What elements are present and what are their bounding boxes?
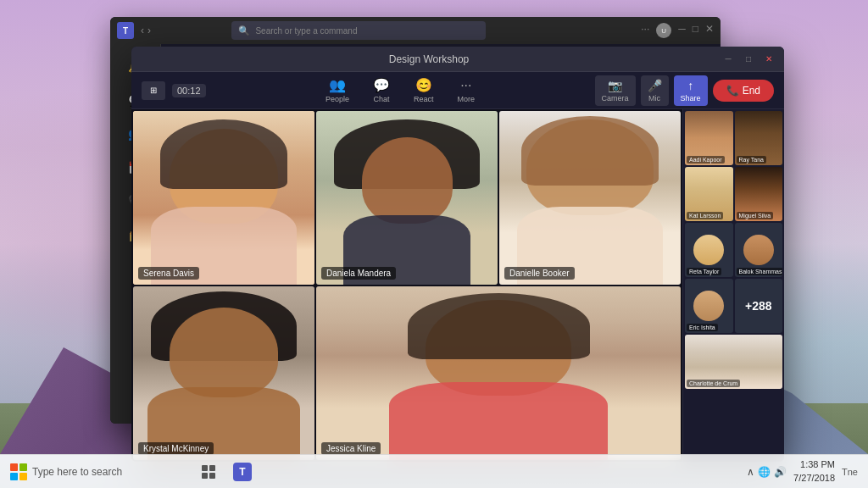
maximize-meeting-btn[interactable]: □ bbox=[740, 51, 757, 68]
participant-label-reta: Reta Taylor bbox=[687, 268, 721, 275]
video-bg-jessica bbox=[316, 286, 681, 460]
video-label-danielle: Danielle Booker bbox=[504, 267, 575, 280]
toolbar-right: 📷 Camera 🎤 Mic ↑ Share 📞 End bbox=[595, 75, 774, 106]
svg-rect-1 bbox=[209, 465, 215, 471]
mic-btn[interactable]: 🎤 Mic bbox=[641, 75, 669, 106]
clock-time: 1:38 PM bbox=[793, 458, 835, 471]
mic-label: Mic bbox=[648, 94, 660, 103]
participant-row-2: Kat Larsson Miguel Silva bbox=[685, 167, 782, 221]
participant-row-3: Reta Taylor Balok Shammas bbox=[685, 223, 782, 277]
taskbar-right: ∧ 🌐 🔊 1:38 PM 7/27/2018 Tne bbox=[737, 458, 868, 485]
participant-label-ray: Ray Tana bbox=[737, 156, 766, 164]
share-btn[interactable]: ↑ Share bbox=[674, 75, 708, 106]
main-video-grid: Serena Davis Daniela Mandera bbox=[131, 109, 682, 462]
participant-label-balok: Balok Shammas bbox=[737, 268, 783, 275]
toolbar-left: ⊞ 00:12 bbox=[142, 81, 206, 100]
participant-label-aadi: Aadi Kapoor bbox=[687, 156, 725, 164]
meeting-titlebar: Design Workshop ─ □ ✕ bbox=[131, 47, 784, 72]
participant-label-eric: Eric Ishita bbox=[687, 324, 718, 331]
video-cell-krystal: Krystal McKinney bbox=[133, 286, 314, 460]
chat-btn[interactable]: 💬 Chat bbox=[368, 74, 395, 107]
clock-date: 7/27/2018 bbox=[793, 472, 835, 485]
back-arrow[interactable]: ‹ bbox=[141, 25, 144, 36]
close-meeting-btn[interactable]: ✕ bbox=[760, 51, 777, 68]
phone-icon: 📞 bbox=[726, 85, 739, 97]
more-btn[interactable]: ··· More bbox=[453, 75, 481, 107]
timer-value: 00:12 bbox=[177, 86, 201, 96]
overflow-count: +288 bbox=[745, 299, 772, 313]
call-timer: 00:12 bbox=[172, 84, 206, 97]
chat-icon-toolbar: 💬 bbox=[373, 77, 390, 93]
maximize-btn[interactable]: □ bbox=[693, 23, 698, 38]
participant-thumb-charlotte: Charlotte de Crum bbox=[685, 335, 782, 389]
toolbar-center: 👥 People 💬 Chat 😊 React ··· More bbox=[320, 74, 480, 107]
video-bg-krystal bbox=[133, 286, 314, 460]
participant-thumb-overflow: +288 bbox=[735, 279, 783, 333]
participant-thumb-kat: Kat Larsson bbox=[685, 167, 733, 221]
camera-icon: 📷 bbox=[608, 79, 622, 92]
camera-label: Camera bbox=[602, 94, 629, 103]
windows-logo[interactable] bbox=[10, 463, 27, 480]
forward-arrow[interactable]: › bbox=[147, 25, 151, 36]
video-label-daniela: Daniela Mandera bbox=[321, 267, 396, 280]
teams-search-bar[interactable]: 🔍 Search or type a command bbox=[231, 21, 486, 40]
end-call-btn[interactable]: 📞 End bbox=[713, 80, 774, 102]
network-icon: 🌐 bbox=[758, 466, 771, 478]
search-placeholder: Search or type a command bbox=[255, 26, 357, 36]
people-label: People bbox=[326, 95, 349, 103]
chevron-up-icon[interactable]: ∧ bbox=[747, 466, 754, 478]
video-bg-serena bbox=[133, 111, 314, 285]
grid-view-btn[interactable]: ⊞ bbox=[142, 81, 165, 100]
svg-rect-0 bbox=[202, 465, 208, 471]
end-call-label: End bbox=[743, 85, 760, 97]
video-label-jessica: Jessica Kline bbox=[321, 442, 381, 455]
participant-row-5: Charlotte de Crum bbox=[685, 335, 782, 389]
taskbar-clock: 1:38 PM 7/27/2018 bbox=[793, 458, 835, 485]
more-label: More bbox=[458, 95, 476, 103]
participant-thumb-miguel: Miguel Silva bbox=[735, 167, 783, 221]
taskbar-apps: T bbox=[186, 455, 264, 488]
react-btn[interactable]: 😊 React bbox=[409, 74, 439, 107]
task-view-btn[interactable] bbox=[193, 457, 224, 487]
svg-rect-3 bbox=[209, 473, 215, 479]
video-cell-danielle: Danielle Booker bbox=[499, 111, 681, 285]
close-btn[interactable]: ✕ bbox=[705, 23, 714, 38]
camera-btn[interactable]: 📷 Camera bbox=[595, 75, 636, 106]
participant-row-4: Eric Ishita +288 bbox=[685, 279, 782, 333]
video-cell-jessica: Jessica Kline bbox=[316, 286, 681, 460]
svg-rect-2 bbox=[202, 473, 208, 479]
people-icon: 👥 bbox=[329, 77, 346, 93]
chat-label: Chat bbox=[374, 95, 390, 103]
participant-sidebar: Aadi Kapoor Ray Tana Kat Larsson bbox=[682, 109, 784, 462]
minimize-meeting-btn[interactable]: ─ bbox=[720, 51, 737, 68]
participant-label-miguel: Miguel Silva bbox=[737, 212, 774, 219]
video-bg-daniela bbox=[316, 111, 498, 285]
participant-row-1: Aadi Kapoor Ray Tana bbox=[685, 111, 782, 165]
titlebar-controls: ··· U ─ □ ✕ bbox=[641, 23, 714, 38]
minimize-btn[interactable]: ─ bbox=[678, 23, 686, 38]
video-label-serena: Serena Davis bbox=[138, 267, 199, 280]
teams-logo: T bbox=[117, 22, 134, 39]
meeting-window-controls: ─ □ ✕ bbox=[720, 51, 777, 68]
video-cell-serena: Serena Davis bbox=[133, 111, 314, 285]
react-icon: 😊 bbox=[415, 77, 432, 93]
teams-taskbar-icon: T bbox=[233, 463, 252, 481]
task-view-icon bbox=[201, 464, 216, 480]
taskbar: Type here to search T ∧ 🌐 🔊 1:38 PM 7/27… bbox=[0, 454, 868, 488]
taskbar-search[interactable]: Type here to search bbox=[0, 455, 186, 488]
teams-bg-titlebar: T ‹ › 🔍 Search or type a command ··· U ─… bbox=[110, 17, 721, 44]
taskbar-search-text[interactable]: Type here to search bbox=[32, 466, 122, 478]
people-btn[interactable]: 👥 People bbox=[320, 74, 354, 107]
participant-thumb-reta: Reta Taylor bbox=[685, 223, 733, 277]
overflow-badge: +288 bbox=[735, 279, 783, 333]
react-label: React bbox=[414, 95, 434, 103]
share-icon: ↑ bbox=[687, 79, 693, 92]
participant-label-charlotte: Charlotte de Crum bbox=[687, 380, 740, 387]
teams-taskbar-btn[interactable]: T bbox=[227, 457, 258, 487]
video-label-krystal: Krystal McKinney bbox=[138, 442, 214, 455]
share-label: Share bbox=[681, 94, 701, 103]
user-avatar-small: U bbox=[656, 23, 671, 38]
systray-icons: ∧ 🌐 🔊 bbox=[747, 466, 787, 478]
meeting-title: Design Workshop bbox=[138, 53, 720, 65]
meeting-window: Design Workshop ─ □ ✕ ⊞ 00:12 👥 People 💬… bbox=[131, 47, 784, 462]
